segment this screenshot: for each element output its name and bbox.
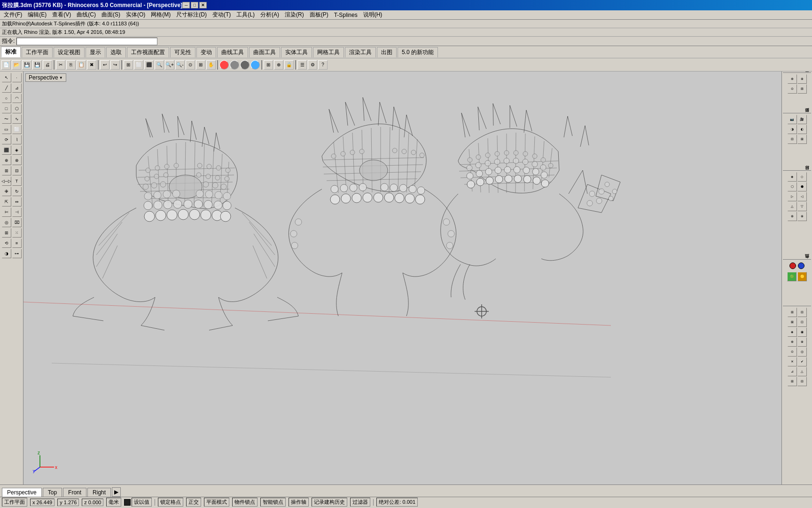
tab-viewport-config[interactable]: 工作视面配置 <box>127 47 169 57</box>
rt-btn-tgt6[interactable]: ◁ <box>797 192 807 201</box>
search-btn[interactable]: 🔍 <box>155 60 164 70</box>
status-snap3[interactable]: 平面模式 <box>204 498 229 507</box>
script-tool[interactable]: ≡ <box>12 238 22 248</box>
points-tool[interactable]: ⁙ <box>12 228 22 238</box>
tab-perspective[interactable]: Perspective <box>2 488 42 497</box>
rt-btn-misc4[interactable]: ⊡ <box>797 318 807 327</box>
select-crossing-btn[interactable]: ⬛ <box>144 60 154 70</box>
rt-btn-tgt9[interactable]: ⊕ <box>788 212 797 221</box>
rt-btn-tgt1[interactable]: ◈ <box>788 172 797 182</box>
dim-tool[interactable]: ◁─▷ <box>2 176 11 186</box>
pan-btn[interactable]: ✋ <box>206 60 216 70</box>
save-btn[interactable]: 💾 <box>22 60 31 70</box>
paste-btn[interactable]: 📋 <box>77 60 86 70</box>
menu-file[interactable]: 文件(F) <box>1 10 25 20</box>
status-color-label[interactable]: 设以值 <box>132 498 152 507</box>
surface-tool[interactable]: ▭ <box>2 125 11 134</box>
tab-solid-tools[interactable]: 实体工具 <box>281 47 312 57</box>
menu-help[interactable]: 说明(H) <box>360 10 385 20</box>
rt-btn-misc8[interactable]: ⊗ <box>797 337 807 347</box>
solid-tool[interactable]: ⬛ <box>2 145 11 155</box>
mirror-tool[interactable]: ⇔ <box>12 197 22 206</box>
command-input[interactable] <box>16 38 157 45</box>
rt-btn-tgt3[interactable]: ⬡ <box>788 182 797 191</box>
zoom-out-btn[interactable]: 🔍- <box>175 60 185 70</box>
tab-visible[interactable]: 可见性 <box>170 47 195 57</box>
curve-tool[interactable]: 〜 <box>2 114 11 124</box>
rt-btn-misc6[interactable]: ◉ <box>797 327 807 337</box>
menu-view[interactable]: 查看(V) <box>49 10 74 20</box>
rt-btn-tgt5[interactable]: ▷ <box>788 192 797 201</box>
menu-dimension[interactable]: 尺寸标注(D) <box>173 10 210 20</box>
mesh-tool[interactable]: ⊞ <box>2 166 11 175</box>
rt-btn-misc10[interactable]: ◎ <box>797 347 807 357</box>
tab-transform[interactable]: 变动 <box>196 47 216 57</box>
rt-btn-cam1[interactable]: 📷 <box>788 115 797 124</box>
status-snap1[interactable]: 锁定格点 <box>158 498 183 507</box>
solid2-tool[interactable]: ◈ <box>12 145 22 155</box>
rt-btn-tgt7[interactable]: △ <box>788 202 797 211</box>
status-snap2[interactable]: 正交 <box>186 498 201 507</box>
color-blue[interactable] <box>798 262 804 269</box>
extend-tool[interactable]: ⊣ <box>12 207 22 217</box>
display-tool[interactable]: ◑ <box>2 249 11 258</box>
lock-btn[interactable]: 🔒 <box>284 60 294 70</box>
misc-tool[interactable]: ⊶ <box>12 249 22 258</box>
tab-setview[interactable]: 设定视图 <box>54 47 85 57</box>
tab-surface-tools[interactable]: 曲面工具 <box>249 47 280 57</box>
maximize-button[interactable]: □ <box>191 2 198 8</box>
tab-workplane[interactable]: 工作平面 <box>22 47 53 57</box>
viewport-dropdown-icon[interactable]: ▼ <box>59 76 63 80</box>
status-snap7[interactable]: 记录建构历史 <box>312 498 347 507</box>
curve2-tool[interactable]: ∿ <box>12 114 22 124</box>
minimize-button[interactable]: ─ <box>182 2 190 8</box>
tab-new-features[interactable]: 5.0 的新功能 <box>398 47 438 57</box>
rt-btn-misc3[interactable]: ⊠ <box>788 318 797 327</box>
menu-tsplines[interactable]: T-Splines <box>331 11 360 19</box>
mesh2-tool[interactable]: ⊟ <box>12 166 22 175</box>
properties-btn[interactable]: ⚙ <box>308 60 317 70</box>
tab-select[interactable]: 选取 <box>106 47 126 57</box>
boolean-tool[interactable]: ⊕ <box>2 156 11 165</box>
rt-btn-tgt2[interactable]: ◇ <box>797 172 807 182</box>
save-as-btn[interactable]: 💾 <box>32 60 42 70</box>
analyze-tool[interactable]: ◎ <box>2 218 11 227</box>
rt-btn-misc9[interactable]: ⊙ <box>788 347 797 357</box>
status-snap5[interactable]: 智能锁点 <box>260 498 286 507</box>
boolean2-tool[interactable]: ⊗ <box>12 156 22 165</box>
circle-tool[interactable]: ○ <box>2 94 11 103</box>
rt-btn-2[interactable]: ⊗ <box>797 74 807 84</box>
shading-btn3[interactable] <box>240 60 250 70</box>
rotate-tool[interactable]: ↻ <box>12 187 22 196</box>
rt-btn-3[interactable]: ⊙ <box>788 84 797 94</box>
redo-btn[interactable]: ↪ <box>110 60 120 70</box>
rt-btn-tgt4[interactable]: ⬢ <box>797 182 807 191</box>
status-snap4[interactable]: 物件锁点 <box>232 498 258 507</box>
shading-btn1[interactable] <box>219 60 229 70</box>
revolve-tool[interactable]: ⟳ <box>2 135 11 144</box>
menu-mesh[interactable]: 网格(M) <box>148 10 173 20</box>
menu-panel[interactable]: 面板(P) <box>307 10 331 20</box>
move-tool[interactable]: ✙ <box>2 187 11 196</box>
rt-btn-cam3[interactable]: ◑ <box>788 125 797 134</box>
tab-display[interactable]: 显示 <box>86 47 105 57</box>
rt-btn-color4[interactable]: 🟡 <box>797 272 807 281</box>
menu-surface[interactable]: 曲面(S) <box>99 10 123 20</box>
rt-btn-1[interactable]: ⊕ <box>788 74 797 84</box>
tab-render-tools[interactable]: 渲染工具 <box>345 47 376 57</box>
new-file-btn[interactable]: 📄 <box>1 60 11 70</box>
rt-btn-cam4[interactable]: ◐ <box>797 125 807 134</box>
history-tool[interactable]: ⟲ <box>2 238 11 248</box>
open-btn[interactable]: 📂 <box>12 60 21 70</box>
rt-btn-misc12[interactable]: ✔ <box>797 357 807 366</box>
menu-edit[interactable]: 编辑(E) <box>25 10 49 20</box>
viewport[interactable]: Perspective ▼ <box>23 71 781 484</box>
arc-tool[interactable]: ◠ <box>12 94 22 103</box>
tab-arrow[interactable]: ▶ <box>112 487 121 497</box>
rt-btn-misc13[interactable]: ⊿ <box>788 367 797 376</box>
sweep-tool[interactable]: ⌇ <box>12 135 22 144</box>
status-snap6[interactable]: 操作轴 <box>289 498 309 507</box>
copy-btn[interactable]: ⎘ <box>66 60 76 70</box>
rt-btn-misc15[interactable]: ⊞ <box>788 377 797 386</box>
undo-btn[interactable]: ↩ <box>100 60 109 70</box>
